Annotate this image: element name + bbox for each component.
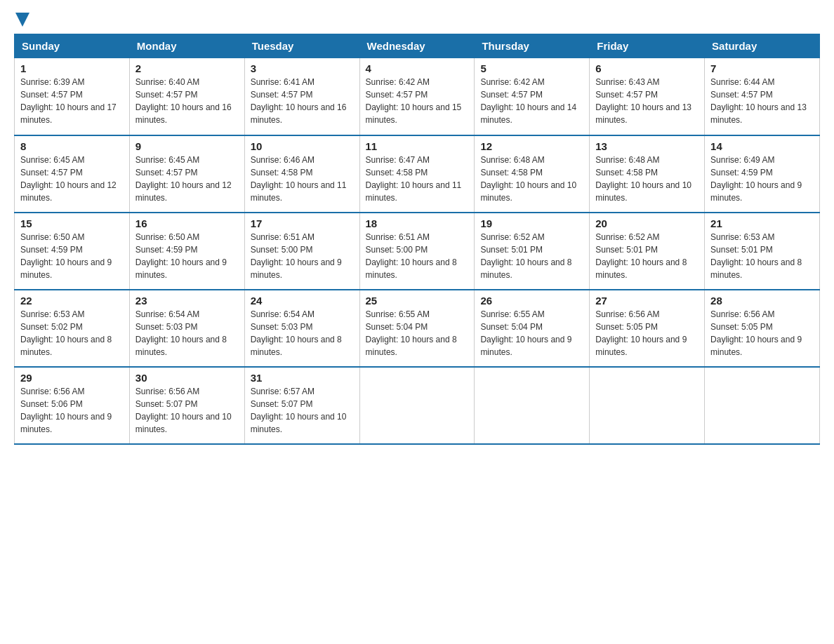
weekday-header-monday: Monday bbox=[129, 34, 244, 58]
calendar-cell bbox=[475, 367, 590, 444]
day-number: 21 bbox=[710, 217, 814, 229]
calendar-cell: 17 Sunrise: 6:51 AMSunset: 5:00 PMDaylig… bbox=[244, 213, 359, 290]
calendar-cell: 24 Sunrise: 6:54 AMSunset: 5:03 PMDaylig… bbox=[244, 290, 359, 367]
day-info: Sunrise: 6:41 AMSunset: 4:57 PMDaylight:… bbox=[251, 77, 347, 125]
calendar-cell: 22 Sunrise: 6:53 AMSunset: 5:02 PMDaylig… bbox=[15, 290, 130, 367]
page-header bbox=[14, 14, 820, 27]
day-info: Sunrise: 6:53 AMSunset: 5:02 PMDaylight:… bbox=[20, 309, 112, 357]
day-info: Sunrise: 6:47 AMSunset: 4:58 PMDaylight:… bbox=[366, 155, 462, 203]
week-row-5: 29 Sunrise: 6:56 AMSunset: 5:06 PMDaylig… bbox=[15, 367, 820, 444]
day-info: Sunrise: 6:56 AMSunset: 5:07 PMDaylight:… bbox=[135, 387, 232, 434]
logo bbox=[14, 14, 29, 27]
calendar-cell: 14 Sunrise: 6:49 AMSunset: 4:59 PMDaylig… bbox=[705, 135, 820, 213]
weekday-header-tuesday: Tuesday bbox=[244, 34, 359, 58]
calendar-cell: 6 Sunrise: 6:43 AMSunset: 4:57 PMDayligh… bbox=[590, 58, 705, 135]
calendar-cell: 11 Sunrise: 6:47 AMSunset: 4:58 PMDaylig… bbox=[359, 135, 475, 213]
calendar-cell: 21 Sunrise: 6:53 AMSunset: 5:01 PMDaylig… bbox=[705, 213, 820, 290]
day-number: 30 bbox=[135, 372, 239, 384]
day-number: 19 bbox=[480, 217, 583, 229]
day-info: Sunrise: 6:44 AMSunset: 4:57 PMDaylight:… bbox=[710, 77, 807, 125]
day-info: Sunrise: 6:42 AMSunset: 4:57 PMDaylight:… bbox=[366, 77, 462, 125]
day-number: 13 bbox=[595, 140, 699, 152]
logo-triangle-icon bbox=[15, 13, 29, 27]
calendar-cell: 8 Sunrise: 6:45 AMSunset: 4:57 PMDayligh… bbox=[15, 135, 130, 213]
day-number: 3 bbox=[251, 62, 354, 74]
weekday-header-sunday: Sunday bbox=[15, 34, 130, 58]
calendar-cell: 20 Sunrise: 6:52 AMSunset: 5:01 PMDaylig… bbox=[590, 213, 705, 290]
calendar-cell: 13 Sunrise: 6:48 AMSunset: 4:58 PMDaylig… bbox=[590, 135, 705, 213]
calendar-cell: 27 Sunrise: 6:56 AMSunset: 5:05 PMDaylig… bbox=[590, 290, 705, 367]
day-number: 4 bbox=[366, 62, 469, 74]
day-info: Sunrise: 6:57 AMSunset: 5:07 PMDaylight:… bbox=[251, 387, 347, 434]
day-number: 1 bbox=[20, 62, 124, 74]
calendar-cell: 28 Sunrise: 6:56 AMSunset: 5:05 PMDaylig… bbox=[705, 290, 820, 367]
day-info: Sunrise: 6:46 AMSunset: 4:58 PMDaylight:… bbox=[251, 155, 347, 203]
week-row-3: 15 Sunrise: 6:50 AMSunset: 4:59 PMDaylig… bbox=[15, 213, 820, 290]
calendar-cell: 10 Sunrise: 6:46 AMSunset: 4:58 PMDaylig… bbox=[244, 135, 359, 213]
weekday-header-thursday: Thursday bbox=[475, 34, 590, 58]
day-info: Sunrise: 6:51 AMSunset: 5:00 PMDaylight:… bbox=[366, 232, 457, 280]
day-number: 26 bbox=[480, 295, 583, 307]
day-info: Sunrise: 6:50 AMSunset: 4:59 PMDaylight:… bbox=[20, 232, 112, 280]
day-info: Sunrise: 6:49 AMSunset: 4:59 PMDaylight:… bbox=[710, 155, 802, 203]
week-row-4: 22 Sunrise: 6:53 AMSunset: 5:02 PMDaylig… bbox=[15, 290, 820, 367]
day-info: Sunrise: 6:52 AMSunset: 5:01 PMDaylight:… bbox=[480, 232, 571, 280]
day-info: Sunrise: 6:56 AMSunset: 5:06 PMDaylight:… bbox=[20, 387, 112, 434]
calendar-cell: 29 Sunrise: 6:56 AMSunset: 5:06 PMDaylig… bbox=[15, 367, 130, 444]
weekday-header-row: SundayMondayTuesdayWednesdayThursdayFrid… bbox=[15, 34, 820, 58]
day-number: 29 bbox=[20, 372, 124, 384]
day-info: Sunrise: 6:42 AMSunset: 4:57 PMDaylight:… bbox=[480, 77, 576, 125]
day-info: Sunrise: 6:45 AMSunset: 4:57 PMDaylight:… bbox=[20, 155, 117, 203]
calendar-cell: 19 Sunrise: 6:52 AMSunset: 5:01 PMDaylig… bbox=[475, 213, 590, 290]
day-info: Sunrise: 6:51 AMSunset: 5:00 PMDaylight:… bbox=[251, 232, 342, 280]
day-number: 6 bbox=[595, 62, 699, 74]
day-info: Sunrise: 6:55 AMSunset: 5:04 PMDaylight:… bbox=[480, 309, 571, 357]
calendar-cell: 9 Sunrise: 6:45 AMSunset: 4:57 PMDayligh… bbox=[129, 135, 244, 213]
day-number: 23 bbox=[135, 295, 239, 307]
day-number: 28 bbox=[710, 295, 814, 307]
day-number: 12 bbox=[480, 140, 583, 152]
day-info: Sunrise: 6:54 AMSunset: 5:03 PMDaylight:… bbox=[135, 309, 227, 357]
day-number: 18 bbox=[366, 217, 469, 229]
day-info: Sunrise: 6:54 AMSunset: 5:03 PMDaylight:… bbox=[251, 309, 342, 357]
day-info: Sunrise: 6:40 AMSunset: 4:57 PMDaylight:… bbox=[135, 77, 232, 125]
day-number: 10 bbox=[251, 140, 354, 152]
weekday-header-saturday: Saturday bbox=[705, 34, 820, 58]
day-number: 2 bbox=[135, 62, 239, 74]
day-info: Sunrise: 6:48 AMSunset: 4:58 PMDaylight:… bbox=[480, 155, 576, 203]
day-info: Sunrise: 6:52 AMSunset: 5:01 PMDaylight:… bbox=[595, 232, 687, 280]
calendar-cell: 30 Sunrise: 6:56 AMSunset: 5:07 PMDaylig… bbox=[129, 367, 244, 444]
calendar-cell: 5 Sunrise: 6:42 AMSunset: 4:57 PMDayligh… bbox=[475, 58, 590, 135]
day-number: 7 bbox=[710, 62, 814, 74]
day-info: Sunrise: 6:56 AMSunset: 5:05 PMDaylight:… bbox=[595, 309, 687, 357]
day-number: 27 bbox=[595, 295, 699, 307]
calendar-cell: 7 Sunrise: 6:44 AMSunset: 4:57 PMDayligh… bbox=[705, 58, 820, 135]
day-number: 24 bbox=[251, 295, 354, 307]
day-number: 22 bbox=[20, 295, 124, 307]
day-info: Sunrise: 6:39 AMSunset: 4:57 PMDaylight:… bbox=[20, 77, 117, 125]
svg-marker-0 bbox=[15, 13, 29, 27]
day-number: 25 bbox=[366, 295, 469, 307]
weekday-header-friday: Friday bbox=[590, 34, 705, 58]
calendar-cell: 12 Sunrise: 6:48 AMSunset: 4:58 PMDaylig… bbox=[475, 135, 590, 213]
calendar-cell bbox=[359, 367, 475, 444]
day-info: Sunrise: 6:55 AMSunset: 5:04 PMDaylight:… bbox=[366, 309, 457, 357]
calendar-cell: 31 Sunrise: 6:57 AMSunset: 5:07 PMDaylig… bbox=[244, 367, 359, 444]
day-number: 20 bbox=[595, 217, 699, 229]
calendar-table: SundayMondayTuesdayWednesdayThursdayFrid… bbox=[14, 34, 820, 445]
calendar-cell: 15 Sunrise: 6:50 AMSunset: 4:59 PMDaylig… bbox=[15, 213, 130, 290]
calendar-cell: 25 Sunrise: 6:55 AMSunset: 5:04 PMDaylig… bbox=[359, 290, 475, 367]
weekday-header-wednesday: Wednesday bbox=[359, 34, 475, 58]
week-row-2: 8 Sunrise: 6:45 AMSunset: 4:57 PMDayligh… bbox=[15, 135, 820, 213]
calendar-cell: 2 Sunrise: 6:40 AMSunset: 4:57 PMDayligh… bbox=[129, 58, 244, 135]
day-number: 9 bbox=[135, 140, 239, 152]
day-info: Sunrise: 6:48 AMSunset: 4:58 PMDaylight:… bbox=[595, 155, 691, 203]
day-number: 11 bbox=[366, 140, 469, 152]
calendar-cell bbox=[705, 367, 820, 444]
day-number: 16 bbox=[135, 217, 239, 229]
day-number: 14 bbox=[710, 140, 814, 152]
calendar-cell: 16 Sunrise: 6:50 AMSunset: 4:59 PMDaylig… bbox=[129, 213, 244, 290]
calendar-cell bbox=[590, 367, 705, 444]
calendar-cell: 18 Sunrise: 6:51 AMSunset: 5:00 PMDaylig… bbox=[359, 213, 475, 290]
day-number: 31 bbox=[251, 372, 354, 384]
